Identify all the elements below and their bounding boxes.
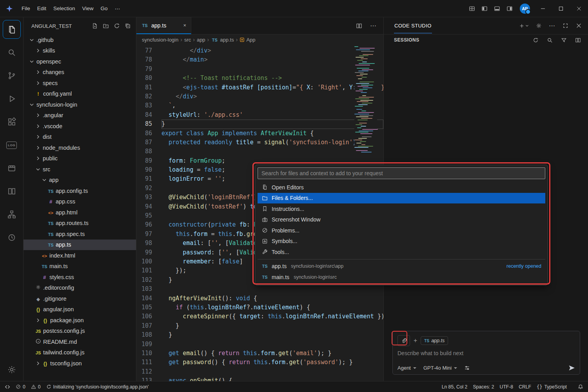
code-line-86[interactable]: 86export class App implements AfterViewI…: [136, 129, 383, 138]
code-line-88[interactable]: 88: [136, 147, 383, 156]
breadcrumb-item-app.ts[interactable]: TSapp.ts: [211, 37, 234, 43]
tree-item-specs[interactable]: specs: [24, 78, 136, 89]
close-panel-icon[interactable]: [572, 20, 585, 31]
settings-gear-icon[interactable]: [3, 361, 20, 379]
code-line-106[interactable]: 106 createSpinner({ target: this.loginBt…: [136, 312, 383, 321]
send-button[interactable]: [568, 365, 575, 371]
new-file-icon[interactable]: [90, 21, 100, 31]
tree-item-public[interactable]: public: [24, 153, 136, 164]
status-bell[interactable]: [578, 384, 583, 390]
tree-item-openspec[interactable]: openspec: [24, 56, 136, 67]
refresh-sessions-icon[interactable]: [529, 34, 542, 45]
maximize-button[interactable]: [552, 0, 570, 17]
code-line-89[interactable]: 89 form: FormGroup;: [136, 156, 383, 165]
attached-file-chip[interactable]: TS app.ts: [421, 336, 448, 345]
code-line-85[interactable]: 85}: [136, 120, 383, 129]
source-control-icon[interactable]: [3, 67, 20, 85]
panel-settings-gear-icon[interactable]: [532, 20, 545, 31]
code-line-83[interactable]: 83 `,: [136, 101, 383, 110]
media-extension-icon[interactable]: [3, 159, 20, 177]
quickpick-recent-app-ts[interactable]: TSapp.tssyncfusion-login\src\apprecently…: [258, 261, 545, 272]
quickpick-item-screenshot-window[interactable]: Screenshot Window: [258, 214, 545, 225]
extensions-icon[interactable]: [3, 113, 20, 131]
quickpick-item-open-editors[interactable]: Open Editors: [258, 182, 545, 193]
status-braces[interactable]: {}TypeScript: [537, 384, 567, 390]
chat-input-placeholder[interactable]: Describe what to build next: [397, 350, 575, 356]
tree-item-app.css[interactable]: #app.css: [24, 196, 136, 207]
status-remote[interactable]: [5, 384, 10, 390]
quickpick-recent-main-ts[interactable]: TSmain.tssyncfusion-login\src: [258, 272, 545, 283]
split-editor-icon[interactable]: [353, 20, 365, 31]
status-error[interactable]: 0: [16, 384, 25, 390]
status-warning[interactable]: 0: [31, 384, 41, 390]
tree-item-config.yaml[interactable]: !config.yaml: [24, 89, 136, 100]
status-crlf[interactable]: CRLF: [519, 384, 531, 390]
tree-item-app[interactable]: app: [24, 175, 136, 186]
breadcrumb-item-app[interactable]: App: [240, 37, 255, 43]
status-utf-8[interactable]: UTF-8: [500, 384, 514, 390]
tree-item-.angular[interactable]: .angular: [24, 110, 136, 121]
tree-item-main.ts[interactable]: TSmain.ts: [24, 261, 136, 272]
status-sync[interactable]: Initializing 'syncfusion-login/tsconfig.…: [46, 384, 149, 390]
tree-item-src[interactable]: src: [24, 164, 136, 175]
breadcrumb-item-syncfusion-login[interactable]: syncfusion-login: [142, 37, 178, 43]
tree-item-skills[interactable]: skills: [24, 45, 136, 56]
code-line-107[interactable]: 107 }: [136, 321, 383, 330]
quickpick-item-symbols-[interactable]: Symbols...: [258, 236, 545, 247]
org-chart-extension-icon[interactable]: [3, 205, 20, 223]
tree-item-angular.json[interactable]: {}angular.json: [24, 304, 136, 315]
tree-item-.vscode[interactable]: .vscode: [24, 121, 136, 132]
quickpick-search-input[interactable]: [258, 167, 545, 179]
layout-sessions-icon[interactable]: [572, 34, 584, 45]
fullscreen-icon[interactable]: [559, 20, 572, 31]
minimize-button[interactable]: [534, 0, 552, 17]
toggle-panel-icon[interactable]: [491, 3, 503, 14]
menu-go[interactable]: Go: [97, 4, 111, 13]
timeline-history-icon[interactable]: [3, 229, 20, 247]
tree-item-readme.md[interactable]: README.md: [24, 336, 136, 347]
tab-app-ts[interactable]: TS app.ts ×: [136, 17, 191, 34]
tree-item-package.json[interactable]: {}package.json: [24, 315, 136, 326]
editor-more-actions-icon[interactable]: ⋯: [367, 20, 379, 31]
collapse-folders-icon[interactable]: [123, 21, 133, 31]
new-folder-icon[interactable]: [101, 21, 111, 31]
tree-item-postcss.config.js[interactable]: JSpostcss.config.js: [24, 326, 136, 337]
tree-item-styles.css[interactable]: #styles.css: [24, 272, 136, 283]
tree-item-index.html[interactable]: <>index.html: [24, 250, 136, 261]
menu-view[interactable]: View: [79, 4, 97, 13]
panel-more-actions-icon[interactable]: ⋯: [546, 20, 558, 31]
quickpick-item-files-folders-[interactable]: Files & Folders...: [258, 193, 545, 204]
tree-item-tsconfig.json[interactable]: {}tsconfig.json: [24, 358, 136, 369]
tree-item-node-modules[interactable]: node_modules: [24, 142, 136, 153]
code-line-81[interactable]: 81 <ejs-toast #toastRef [position]="{ X:…: [136, 83, 383, 92]
tree-item-tailwind.config.js[interactable]: JStailwind.config.js: [24, 347, 136, 358]
code-line-112[interactable]: 112: [136, 367, 383, 376]
menu-file[interactable]: File: [18, 4, 34, 13]
code-line-104[interactable]: 104 ngAfterViewInit(): void {: [136, 294, 383, 303]
agent-mode-dropdown[interactable]: Agent: [397, 365, 416, 371]
quickpick-item-tools-[interactable]: Tools...: [258, 247, 545, 258]
tree-item-.editorconfig[interactable]: .editorconfig: [24, 283, 136, 294]
tree-item-app.spec.ts[interactable]: TSapp.spec.ts: [24, 229, 136, 240]
model-dropdown[interactable]: GPT-4o Mini: [423, 365, 457, 371]
tree-item-app.config.ts[interactable]: TSapp.config.ts: [24, 185, 136, 196]
filter-sessions-icon[interactable]: [557, 34, 570, 45]
log-viewer-icon[interactable]: LOG: [3, 136, 20, 154]
status-ln-85-col-2[interactable]: Ln 85, Col 2: [442, 384, 468, 390]
tree-item-.github[interactable]: .github: [24, 34, 136, 45]
code-line-111[interactable]: 111 get password() { return this.form.ge…: [136, 358, 383, 367]
quickpick-item-problems-[interactable]: Problems...: [258, 225, 545, 236]
panel-title[interactable]: CODE STUDIO: [394, 18, 432, 33]
attach-context-button[interactable]: [397, 335, 410, 346]
code-line-79[interactable]: 79: [136, 65, 383, 74]
tree-item-app.routes.ts[interactable]: TSapp.routes.ts: [24, 218, 136, 229]
toggle-sidebar-icon[interactable]: [478, 3, 491, 14]
search-icon[interactable]: [3, 44, 20, 62]
tree-item-app.html[interactable]: <>app.html: [24, 207, 136, 218]
code-line-113[interactable]: 113 async onSubmit() {: [136, 376, 383, 381]
code-line-82[interactable]: 82 </div>: [136, 92, 383, 101]
code-line-110[interactable]: 110 get email() { return this.form.get('…: [136, 349, 383, 358]
tree-item-.gitignore[interactable]: ◆.gitignore: [24, 293, 136, 304]
code-line-77[interactable]: 77 </div>: [136, 46, 383, 55]
split-editor-layout-icon[interactable]: [3, 182, 20, 200]
